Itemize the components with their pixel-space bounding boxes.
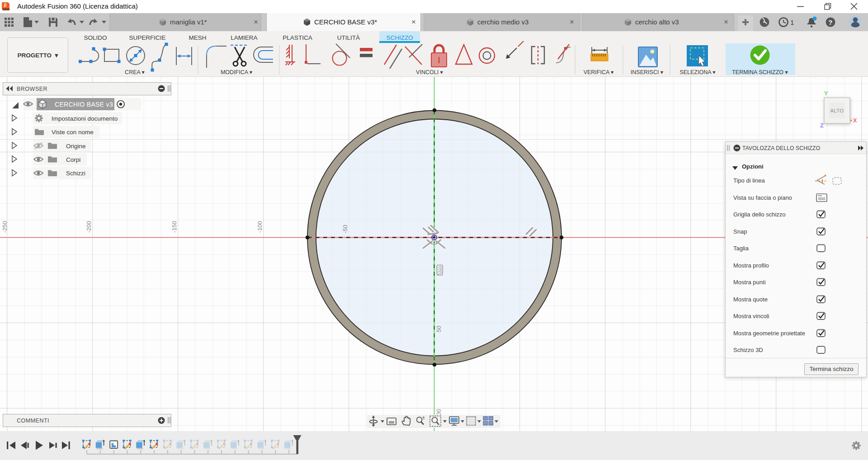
svg-text:F: F xyxy=(4,3,7,8)
svg-text:-250: -250 xyxy=(1,221,8,233)
svg-text:X: X xyxy=(853,117,857,124)
svg-text:Viste con nome: Viste con nome xyxy=(52,129,94,136)
svg-text:BROWSER: BROWSER xyxy=(17,86,47,92)
svg-text:1: 1 xyxy=(790,19,794,26)
svg-text:50: 50 xyxy=(435,326,442,332)
svg-text:Z: Z xyxy=(820,122,824,129)
svg-text:Schizzi: Schizzi xyxy=(66,170,85,177)
svg-text:Origine: Origine xyxy=(66,143,86,150)
svg-text:-100: -100 xyxy=(256,221,263,233)
svg-text:CERCHIO BASE v3: CERCHIO BASE v3 xyxy=(55,101,113,108)
svg-text:ALTO: ALTO xyxy=(830,108,844,113)
svg-text:COMMENTI: COMMENTI xyxy=(17,418,49,424)
svg-text:-200: -200 xyxy=(85,221,92,233)
svg-text:-150: -150 xyxy=(171,221,178,233)
svg-text:Corpi: Corpi xyxy=(66,156,80,163)
svg-text:-50: -50 xyxy=(342,225,349,234)
svg-text:±: ± xyxy=(422,415,425,420)
svg-text:Impostazioni documento: Impostazioni documento xyxy=(52,115,118,122)
svg-text:Y: Y xyxy=(824,90,828,97)
svg-text:?: ? xyxy=(829,19,833,26)
